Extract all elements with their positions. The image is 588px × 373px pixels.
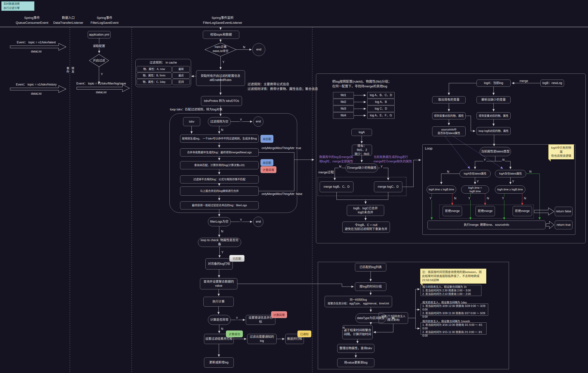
node-validate-topic: 校验topic和数据 xyxy=(203,31,239,39)
flowchart-canvas: 实时数据消费 执行过滤引擎 Spring事件 QueueConsumerEven… xyxy=(0,0,588,373)
node-fild2-logs: log A、B xyxy=(367,99,395,105)
node-time-eq: logA.time = logB.time xyxy=(461,186,489,194)
node-get-enabled-rules: 获取所有开启过滤的配置信息 allEnabledRules xyxy=(196,70,245,86)
event-save-label: Event： topic = v1/tskv/filter/log/save xyxy=(72,81,131,86)
node-rules-empty: 过滤规则为空 xyxy=(208,117,231,126)
relay-label-forward: 转发 xyxy=(71,67,75,73)
merge-process-label: merge过程 xyxy=(318,170,339,175)
edge-label-y: Y xyxy=(512,180,515,183)
node-time-gte: logA.time ≥ logB.time xyxy=(495,186,525,194)
edge-label-y: Y xyxy=(380,165,383,168)
node-has-latest-left: logA存在latest属性 xyxy=(460,170,491,177)
node-merged-status: logB、logC已合并 logD未合并 xyxy=(347,205,384,216)
edge-label-n: N xyxy=(454,197,457,200)
edge-label-y: Y xyxy=(100,73,103,76)
example-day-round: 按天四舍五入，假设聚合间隔为 1day 1. 若当前时间为 3/28 12:30… xyxy=(420,303,488,316)
edge-label-y: Y xyxy=(235,316,238,320)
badge-notified: 已通知 xyxy=(297,331,311,337)
edge-label-y: Y xyxy=(483,158,486,162)
edge-label-n: N xyxy=(486,197,490,200)
badge-unmatched-1: 未匹配 xyxy=(261,135,273,143)
edge-label-n: N xyxy=(529,170,532,174)
node-fild3: fild3 xyxy=(333,105,354,112)
title-badge: 实时数据消费 执行过滤引擎 xyxy=(1,1,34,11)
event-latest-label: Event： topic = v1/tskv/latest xyxy=(7,40,66,44)
node-group-by-time: 按log的时间分组 xyxy=(355,282,386,291)
edge-label-merge: merge xyxy=(519,79,529,83)
edge-label-y: Y xyxy=(221,250,224,254)
node-open-filter-diamond: 开启过滤 xyxy=(89,58,109,63)
node-same-time-group: 同一时间的log 按聚合信息分组：aggType、 aggInterval、ti… xyxy=(325,296,392,307)
node-final-logs: 最终获得一批经过层层合并后的log：filterLogs xyxy=(180,201,259,209)
cache-row2-key: 物、属性：B, 5min xyxy=(136,73,172,79)
node-filterlogs-empty: filterLogs为空 xyxy=(208,217,231,226)
node-merge-bcd: merge logB、C、D xyxy=(320,181,353,192)
cache-row1-val: 最新 xyxy=(172,66,190,72)
cache-row3-val: 区间 xyxy=(172,79,190,85)
merge-group-text: 把log按照配置(ruleId)、物属性(fild)分组； 在同一配置下，寻找待… xyxy=(332,79,406,89)
node-reject-merge-1: 拒绝merge xyxy=(443,206,462,216)
event-save-datalist: dataList xyxy=(72,90,131,94)
edge-label-y: Y xyxy=(502,197,504,200)
node-exec-calc: 执行计算 xyxy=(203,297,234,307)
node-matched-list: 已匹配的log列表 xyxy=(355,263,386,271)
node-fild4-logs: log A、E、F、G xyxy=(367,112,395,119)
edge-label-y: Y xyxy=(468,197,471,200)
edge-label-n: N xyxy=(242,46,246,49)
node-time-lte: logA.time ≤ logB.time xyxy=(427,186,456,194)
edge-label-n: N xyxy=(502,158,505,162)
node-merge-cd: merge logC、D xyxy=(374,181,402,192)
node-do-merge: 执行merge: 刷新time、sourceInfo xyxy=(428,221,546,229)
node-gen-log: 按规则生成log， 一个tskv可以命中不同过滤规则，生成多条log xyxy=(180,135,259,143)
lane-header-filter-log-save: Spring事件 FilterLogSaveEvent xyxy=(79,16,130,25)
node-set-error: 设置错误信息并打标 xyxy=(246,315,275,325)
event-history-label: Event： topic = v1/tskv/history xyxy=(7,82,66,87)
node-loga-have-miss: 现有：fild1、2 缺少：fild3 xyxy=(352,145,372,155)
node-convert-dtos: tskvProtos 转为 tskvDTOs xyxy=(201,96,242,106)
annotation-db-merge: 数据库中的log去merge其 他log时，merge全部属性 xyxy=(319,155,355,164)
node-has-latest-right: logA存在latest属性 xyxy=(495,170,526,177)
event-history-datalist: dataList xyxy=(7,91,66,96)
edge-label-only-merge-true: onlyMergeMissThingAttr: true xyxy=(261,146,302,150)
annotation-batch-merge: 当前批数据生成的log进行 merge时只merge缺失的属性 xyxy=(374,155,414,164)
edge-label-n: N xyxy=(447,170,450,174)
cache-row3-key: 物、属性：C, 1day xyxy=(136,79,172,85)
node-topic-ok-diamond: topic正确 dataList非空 xyxy=(205,45,236,53)
lane-header-listener: Spring事件监听 FilterLogSaveEventListener xyxy=(186,16,260,25)
loop-tskv-label: loop tskv：匹配过滤规则，转为log对象 xyxy=(170,107,254,112)
node-reject-merge-3: 拒绝merge xyxy=(513,206,532,216)
node-query-miss: 查询未匹配、计算异常的log(计算次数≤10) xyxy=(180,161,259,169)
note-between-query: 注：底层按时间范围查询使用的是between，因此结束时间就直接取临界值了，不去… xyxy=(420,269,486,284)
node-filter-bad: 过滤掉不合规的log：公式与规则详情不匹配 xyxy=(180,175,259,184)
node-loga: logA xyxy=(351,129,372,136)
cache-rules-title: 过滤规则： in cache xyxy=(136,60,191,65)
node-parse-miss: 解析出缺少的变量 xyxy=(477,96,511,103)
edge-label-only-merge-false: onlyMergeMissThingAttr: false xyxy=(261,192,303,196)
edge-label-n: N xyxy=(220,230,224,233)
node-loop-logb-attrs: loop logB对应的物、属性 xyxy=(477,127,511,135)
node-fild2: fild2 xyxy=(333,99,354,105)
badge-calc-fail-2: 计算异常 xyxy=(271,311,287,318)
badge-calc-ok: 计算成功 xyxy=(226,331,243,337)
edge-label-n: N xyxy=(220,327,224,331)
loop-box-title: Loop xyxy=(425,146,432,151)
node-fild1: fild1 xyxy=(333,92,354,98)
node-merge-again: 与上面合并后的log继续进行合并 xyxy=(180,186,259,196)
cache-row1-key: 物、属性：A, now xyxy=(136,66,172,72)
node-round-query: 对查询时间四舍五入 (整点查询) xyxy=(378,312,408,324)
node-return-false: return false xyxy=(555,207,572,216)
node-filter-notify: 过滤出需要通知的log xyxy=(247,334,277,344)
edge-label-n: N xyxy=(220,128,224,132)
example-month-round: 按月四舍五入，假设聚合间隔为 1month 1. 若当前时间为 3/16 12:… xyxy=(420,322,486,335)
node-loga-current: logA：当前log xyxy=(477,80,511,87)
node-calc-start-time: 基于结束时间和聚合 间隔，计算开始时间 xyxy=(342,325,373,339)
cache-row2-val: 最近 xyxy=(172,73,190,79)
edge-label-n: N xyxy=(339,165,342,168)
node-merge-batch: 合并本批数据中生成的log：最终得到mergedNewLogs xyxy=(180,148,259,156)
badge-unmatched-2: 未匹配 xyxy=(261,159,273,166)
node-fild1-logs: log A、B、C、D xyxy=(367,92,395,98)
node-sourceinfo-latest: sourceInfo中 是否存在latest属性 xyxy=(432,126,466,136)
node-take-vars: 取出现有的变量 xyxy=(432,96,466,103)
node-fild3-logs: log C、D xyxy=(367,105,395,112)
relay-label-event: 事件 xyxy=(65,67,70,73)
